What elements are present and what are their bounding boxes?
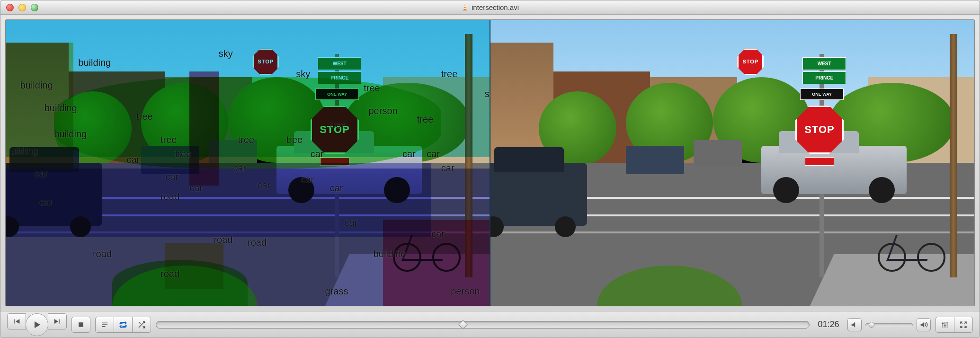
segmentation-label: grass [325, 286, 348, 297]
playlist-group [95, 317, 151, 333]
segmentation-label: car [344, 217, 357, 228]
segmentation-label: road [93, 249, 112, 259]
segmentation-label: building [54, 129, 87, 140]
segmentation-label: car [35, 169, 48, 179]
segmentation-pane: WEST PRINCE ONE WAY STOP STOP skyskyskyb… [6, 20, 490, 306]
svg-rect-3 [464, 8, 466, 9]
segmentation-label: building [78, 57, 111, 68]
segmentation-label: tree [417, 114, 433, 125]
volume-knob[interactable] [869, 322, 874, 328]
segmentation-label: road [248, 237, 267, 248]
segmentation-label: building [45, 103, 77, 114]
fullscreen-button[interactable] [954, 317, 973, 333]
playlist-button[interactable] [95, 317, 114, 333]
volume-group [847, 318, 931, 331]
segmentation-label: sky [485, 89, 490, 99]
svg-rect-1 [463, 10, 467, 11]
segmentation-label: car [40, 197, 53, 208]
segmentation-label: car [330, 183, 343, 194]
all-way-sign [805, 157, 834, 166]
seek-knob[interactable] [458, 320, 468, 329]
segmentation-label: tree [238, 134, 254, 145]
segmentation-label: car [233, 163, 246, 174]
seek-slider[interactable] [156, 321, 810, 329]
segmentation-label: building [20, 80, 53, 91]
segmentation-label: car [402, 149, 416, 160]
stop-sign-near: STOP [795, 106, 844, 154]
segmentation-label: car [165, 171, 178, 182]
zoom-window-button[interactable] [31, 4, 38, 11]
window-controls [6, 4, 38, 11]
segmentation-label: tree [286, 134, 303, 145]
original-frame-pane: WEST PRINCE ONE WAY STOP STOP [490, 20, 974, 306]
segmentation-label: car [257, 180, 270, 191]
segmentation-label: tree [175, 149, 191, 160]
svg-rect-2 [464, 6, 466, 7]
time-display: 01:26 [814, 320, 843, 329]
minimize-window-button[interactable] [18, 4, 26, 11]
segmentation-label: building [374, 249, 406, 259]
segmentation-label: car [431, 229, 445, 240]
segmentation-label: person [369, 106, 398, 116]
next-button[interactable] [48, 313, 67, 329]
extra-group [935, 317, 973, 333]
play-button[interactable] [26, 313, 48, 336]
svg-rect-4 [79, 322, 83, 327]
one-way-sign: ONE WAY [800, 89, 844, 100]
vlc-cone-icon [461, 4, 469, 11]
stop-button[interactable] [71, 317, 90, 333]
segmentation-label: uilding [10, 146, 38, 157]
segmentation-label: tree [330, 120, 346, 131]
segmentation-label: person [451, 286, 480, 297]
close-window-button[interactable] [6, 4, 14, 11]
video-viewport: WEST PRINCE ONE WAY STOP STOP skyskyskyb… [5, 19, 975, 306]
segmentation-label: car [189, 183, 203, 194]
shuffle-button[interactable] [132, 317, 151, 333]
segmentation-label: road [160, 268, 179, 279]
loop-button[interactable] [114, 317, 133, 333]
equalizer-button[interactable] [935, 317, 954, 333]
volume-down-button[interactable] [847, 318, 862, 331]
stop-sign-far: STOP [737, 48, 764, 75]
segmentation-label: car [427, 149, 440, 160]
segmentation-label: sky [296, 69, 310, 80]
svg-marker-0 [463, 4, 466, 10]
segmentation-label: road [160, 191, 179, 202]
segmentation-label: tree [160, 134, 177, 145]
volume-up-button[interactable] [917, 318, 931, 331]
window-title: intersection.avi [472, 3, 519, 11]
segmentation-label: tree [364, 83, 380, 94]
segmentation-label: tree [441, 69, 457, 80]
street-sign-west: WEST [802, 57, 846, 70]
volume-slider[interactable] [865, 323, 913, 326]
segmentation-label: car [441, 163, 454, 174]
player-controls: 01:26 [0, 311, 980, 338]
segmentation-label: sky [219, 48, 233, 59]
window-titlebar: intersection.avi [0, 0, 980, 15]
segmentation-label: car [127, 154, 140, 165]
segmentation-label: car [301, 174, 314, 185]
segmentation-label: tree [136, 111, 152, 122]
segmentation-label: road [214, 234, 232, 245]
playback-group [7, 313, 67, 336]
street-sign-prince: PRINCE [802, 71, 846, 84]
segmentation-label: car [311, 149, 324, 160]
previous-button[interactable] [7, 313, 26, 329]
